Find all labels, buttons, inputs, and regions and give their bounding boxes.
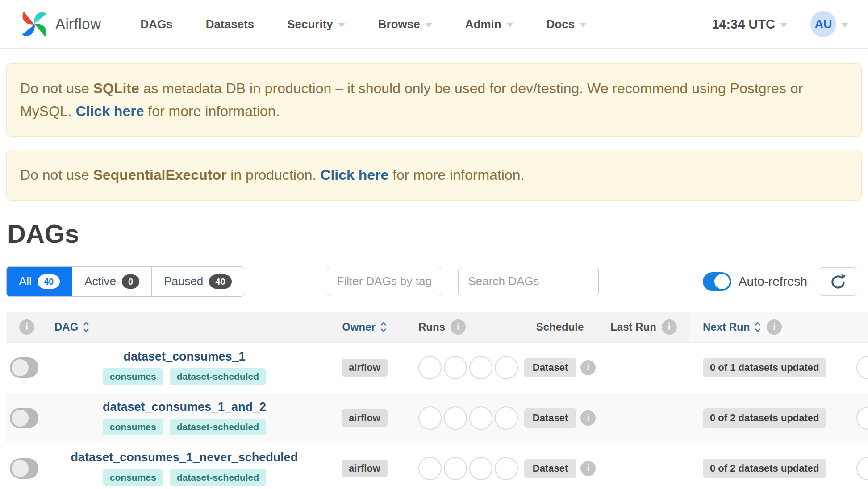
- chevron-down-icon: [780, 23, 787, 27]
- runs-running-circle[interactable]: [469, 406, 492, 430]
- dag-tag[interactable]: dataset-scheduled: [170, 419, 266, 435]
- runs-failed-circle[interactable]: [495, 356, 518, 379]
- warning-emphasis: SQLite: [93, 80, 139, 96]
- sort-header-next-run[interactable]: Next Run: [703, 321, 750, 333]
- runs-success-circle[interactable]: [444, 356, 467, 379]
- sort-icon[interactable]: [83, 320, 90, 334]
- owner-badge[interactable]: airflow: [342, 359, 388, 377]
- recent-tasks-circle[interactable]: [856, 457, 868, 480]
- info-icon[interactable]: i: [767, 319, 782, 335]
- info-icon[interactable]: i: [662, 319, 677, 335]
- sort-icon[interactable]: [380, 320, 387, 334]
- brand-label: Airflow: [55, 16, 101, 33]
- runs-queued-circle[interactable]: [418, 406, 442, 430]
- runs-queued-circle[interactable]: [418, 457, 442, 480]
- dag-tag[interactable]: consumes: [103, 469, 163, 486]
- info-icon[interactable]: i: [451, 319, 466, 335]
- tab-paused[interactable]: Paused 40: [151, 267, 243, 296]
- recent-tasks-circle[interactable]: [856, 356, 868, 379]
- info-icon[interactable]: i: [19, 319, 34, 335]
- sqlite-warning-banner: Do not use SQLite as metadata DB in prod…: [6, 63, 862, 137]
- nav-item-browse[interactable]: Browse: [378, 17, 432, 31]
- runs-success-circle[interactable]: [444, 457, 467, 480]
- dag-link[interactable]: dataset_consumes_1_and_2: [103, 400, 266, 414]
- tab-active[interactable]: Active 0: [72, 267, 151, 296]
- refresh-icon: [830, 273, 847, 290]
- runs-queued-circle[interactable]: [418, 356, 442, 379]
- nav-item-security[interactable]: Security: [287, 17, 345, 31]
- runs-running-circle[interactable]: [469, 356, 492, 379]
- header-schedule: Schedule: [536, 321, 584, 333]
- nav-item-admin[interactable]: Admin: [465, 17, 513, 31]
- nav-item-datasets[interactable]: Datasets: [206, 17, 254, 31]
- table-row: dataset_consumes_1_and_2 consumes datase…: [6, 393, 868, 443]
- owner-badge[interactable]: airflow: [342, 409, 388, 427]
- schedule-badge[interactable]: Dataset: [524, 358, 576, 377]
- next-run-badge: 0 of 2 datasets updated: [703, 459, 826, 478]
- sort-header-owner[interactable]: Owner: [342, 321, 376, 333]
- user-menu[interactable]: AU: [810, 11, 848, 37]
- last-run-cell: [598, 343, 689, 393]
- dag-tag[interactable]: dataset-scheduled: [170, 368, 266, 385]
- refresh-button[interactable]: [819, 267, 857, 296]
- chevron-down-icon: [425, 23, 432, 27]
- refresh-controls: Auto-refresh: [703, 267, 857, 296]
- clock-label: 14:34 UTC: [712, 17, 775, 32]
- pause-toggle[interactable]: [10, 408, 38, 428]
- auto-refresh-toggle[interactable]: [703, 272, 731, 291]
- page-title: DAGs: [7, 219, 868, 249]
- dag-filter-tabs: All 40 Active 0 Paused 40: [6, 266, 244, 297]
- runs-failed-circle[interactable]: [495, 457, 518, 480]
- timezone-dropdown[interactable]: 14:34 UTC: [712, 17, 787, 32]
- pause-toggle[interactable]: [10, 458, 38, 479]
- chevron-down-icon: [580, 23, 587, 27]
- header-last-run: Last Run: [610, 321, 656, 333]
- dag-tag[interactable]: consumes: [103, 419, 163, 435]
- airflow-logo-icon: [20, 9, 49, 39]
- tag-filter-input[interactable]: [327, 267, 442, 296]
- owner-badge[interactable]: airflow: [342, 460, 388, 477]
- nav-item-dags[interactable]: DAGs: [141, 17, 173, 31]
- pause-toggle[interactable]: [10, 357, 38, 378]
- dag-tag[interactable]: consumes: [103, 368, 163, 385]
- runs-failed-circle[interactable]: [495, 406, 518, 430]
- schedule-badge[interactable]: Dataset: [524, 408, 576, 428]
- runs-summary: [415, 393, 522, 443]
- auto-refresh-label: Auto-refresh: [739, 274, 807, 289]
- brand-link[interactable]: Airflow: [20, 9, 101, 39]
- sqlite-warning-link[interactable]: Click here: [75, 103, 144, 119]
- toggle-knob: [714, 274, 730, 289]
- dag-link[interactable]: dataset_consumes_1_never_scheduled: [71, 451, 298, 464]
- dag-link[interactable]: dataset_consumes_1: [123, 350, 245, 364]
- chevron-down-icon: [506, 23, 513, 27]
- runs-running-circle[interactable]: [469, 457, 492, 480]
- schedule-badge[interactable]: Dataset: [524, 459, 576, 478]
- tab-paused-count-badge: 40: [209, 274, 231, 289]
- tab-all-count-badge: 40: [38, 274, 60, 289]
- sort-header-dag[interactable]: DAG: [54, 321, 78, 333]
- warning-emphasis: SequentialExecutor: [93, 167, 227, 183]
- last-run-cell: [598, 393, 689, 443]
- main-nav: DAGs Datasets Security Browse Admin Docs: [141, 17, 587, 31]
- tab-all[interactable]: All 40: [7, 267, 72, 296]
- toggle-knob: [12, 460, 29, 477]
- last-run-cell: [598, 443, 689, 489]
- info-icon[interactable]: i: [580, 410, 596, 426]
- sequential-executor-warning-banner: Do not use SequentialExecutor in product…: [6, 150, 862, 200]
- runs-success-circle[interactable]: [444, 406, 467, 430]
- executor-warning-link[interactable]: Click here: [320, 167, 388, 183]
- nav-item-docs[interactable]: Docs: [547, 17, 587, 31]
- chevron-down-icon: [841, 23, 848, 27]
- table-header-row: i DAG Owner Runs i Schedule Las: [6, 312, 868, 342]
- dag-tag[interactable]: dataset-scheduled: [170, 469, 266, 486]
- airflow-dags-page: Airflow DAGs Datasets Security Browse Ad…: [0, 0, 868, 489]
- header-runs: Runs: [418, 321, 445, 333]
- sort-icon[interactable]: [754, 320, 761, 334]
- info-icon[interactable]: i: [580, 360, 596, 375]
- toggle-knob: [12, 410, 29, 427]
- table-row: dataset_consumes_1_never_scheduled consu…: [6, 443, 868, 489]
- info-icon[interactable]: i: [580, 461, 596, 476]
- navbar: Airflow DAGs Datasets Security Browse Ad…: [0, 0, 868, 49]
- recent-tasks-circle[interactable]: [856, 406, 868, 430]
- search-dags-input[interactable]: [458, 267, 599, 296]
